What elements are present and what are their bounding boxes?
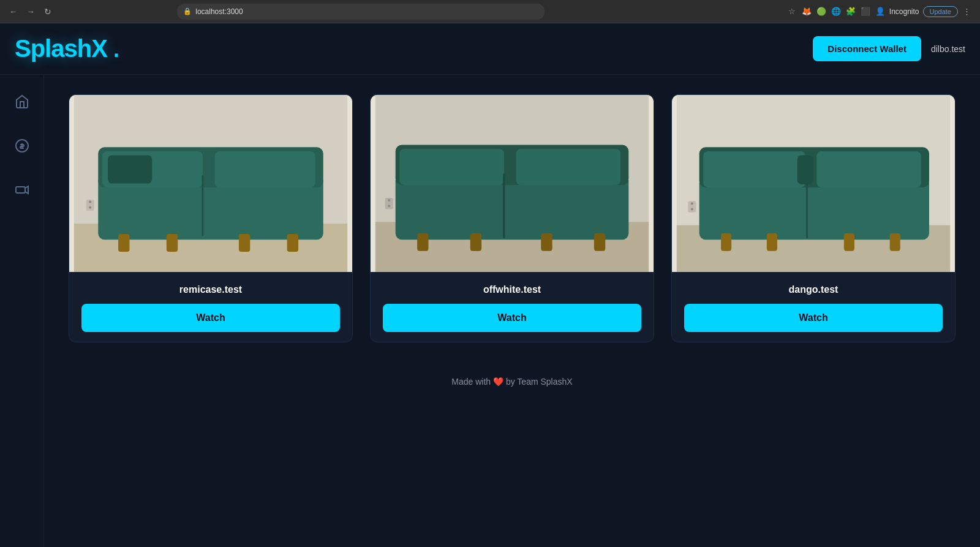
- wallet-address: dilbo.test: [931, 44, 965, 54]
- sidebar-video-icon[interactable]: [10, 178, 34, 202]
- watch-button-3[interactable]: Watch: [684, 304, 943, 332]
- svg-rect-25: [417, 233, 428, 251]
- incognito-label: Incognito: [889, 7, 919, 16]
- header-right: Disconnect Wallet dilbo.test: [813, 36, 965, 61]
- svg-point-30: [388, 199, 390, 202]
- lock-icon: 🔒: [183, 7, 192, 15]
- svg-rect-22: [399, 149, 504, 185]
- svg-point-45: [691, 202, 693, 205]
- svg-rect-43: [890, 233, 900, 251]
- svg-rect-36: [703, 151, 805, 187]
- footer: Made with ❤️ by Team SplashX: [69, 367, 956, 406]
- svg-rect-40: [721, 233, 731, 251]
- reload-button[interactable]: ↻: [42, 6, 54, 18]
- svg-rect-23: [516, 149, 621, 185]
- svg-rect-9: [108, 155, 152, 183]
- svg-rect-42: [844, 233, 854, 251]
- logo-text: SplashX: [15, 35, 107, 62]
- footer-text-before: Made with: [451, 377, 491, 387]
- main-content: remicase.test Watch: [44, 75, 980, 547]
- address-bar[interactable]: 🔒 localhost:3000: [177, 4, 545, 20]
- update-button[interactable]: Update: [923, 6, 958, 17]
- svg-rect-11: [118, 234, 129, 252]
- card-body-3: dango.test Watch: [672, 272, 955, 342]
- svg-rect-12: [167, 234, 178, 252]
- back-button[interactable]: ←: [7, 6, 20, 18]
- disconnect-wallet-button[interactable]: Disconnect Wallet: [813, 36, 921, 61]
- svg-point-17: [89, 206, 91, 209]
- forward-button[interactable]: →: [24, 6, 37, 18]
- watch-button-1[interactable]: Watch: [81, 304, 340, 332]
- menu-icon[interactable]: ⋮: [962, 6, 973, 17]
- app-logo: SplashX .: [15, 35, 119, 62]
- sidebar-dollar-icon[interactable]: [10, 134, 34, 158]
- url-display: localhost:3000: [195, 7, 243, 16]
- card-offwhite: offwhite.test Watch: [370, 94, 654, 342]
- card-body-2: offwhite.test Watch: [371, 272, 654, 342]
- svg-rect-8: [215, 151, 315, 187]
- card-dango: dango.test Watch: [671, 94, 956, 342]
- svg-rect-14: [287, 234, 298, 252]
- card-title-1: remicase.test: [179, 284, 242, 295]
- extension-icon-1[interactable]: 🦊: [801, 6, 812, 17]
- extension-icon-3[interactable]: 🌐: [831, 6, 842, 17]
- card-image-2: [371, 95, 654, 272]
- browser-chrome: ← → ↻ 🔒 localhost:3000 ☆ 🦊 🟢 🌐 🧩 ⬛ 👤 Inc…: [0, 0, 980, 23]
- svg-rect-26: [470, 233, 481, 251]
- extension-icon-2[interactable]: 🟢: [816, 6, 827, 17]
- logo-dot: .: [113, 37, 119, 62]
- app-wrapper: SplashX . Disconnect Wallet dilbo.test: [0, 23, 980, 547]
- sidebar: [0, 75, 44, 547]
- app-header: SplashX . Disconnect Wallet dilbo.test: [0, 23, 980, 75]
- svg-rect-38: [797, 155, 813, 184]
- card-remicase: remicase.test Watch: [69, 94, 353, 342]
- card-body-1: remicase.test Watch: [69, 272, 352, 342]
- svg-rect-28: [594, 233, 605, 251]
- extension-icon-4[interactable]: 🧩: [845, 6, 856, 17]
- svg-rect-27: [541, 233, 552, 251]
- svg-point-16: [89, 201, 91, 203]
- main-layout: remicase.test Watch: [0, 75, 980, 547]
- browser-actions: ☆ 🦊 🟢 🌐 🧩 ⬛ 👤 Incognito Update ⋮: [786, 6, 973, 17]
- card-image-3: [672, 95, 955, 272]
- svg-rect-2: [16, 187, 25, 193]
- footer-text-after: by Team SplashX: [506, 377, 573, 387]
- svg-point-46: [691, 208, 693, 210]
- card-title-3: dango.test: [789, 284, 839, 295]
- svg-rect-41: [767, 233, 777, 251]
- svg-point-31: [388, 205, 390, 207]
- card-image-1: [69, 95, 352, 272]
- svg-rect-37: [816, 151, 921, 187]
- svg-rect-13: [239, 234, 250, 252]
- profile-icon[interactable]: 👤: [875, 6, 886, 17]
- footer-heart: ❤️: [493, 377, 503, 387]
- sidebar-home-icon[interactable]: [10, 89, 34, 114]
- split-screen-icon[interactable]: ⬛: [860, 6, 871, 17]
- cards-grid: remicase.test Watch: [69, 94, 956, 342]
- star-icon[interactable]: ☆: [786, 6, 797, 17]
- watch-button-2[interactable]: Watch: [383, 304, 641, 332]
- card-title-2: offwhite.test: [483, 284, 541, 295]
